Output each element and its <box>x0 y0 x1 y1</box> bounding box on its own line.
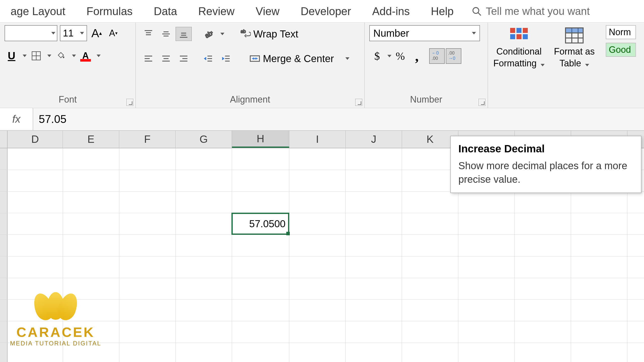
cell[interactable] <box>515 192 571 213</box>
cell[interactable] <box>346 343 402 362</box>
cell[interactable] <box>571 235 627 256</box>
cell[interactable] <box>289 148 346 170</box>
cell[interactable] <box>63 213 119 235</box>
cell[interactable] <box>8 213 63 235</box>
cell[interactable] <box>63 235 119 256</box>
column-header-G[interactable]: G <box>176 131 232 148</box>
cell[interactable] <box>458 256 515 278</box>
cell[interactable] <box>571 343 627 362</box>
cell[interactable] <box>289 170 346 191</box>
fx-label[interactable]: fx <box>0 108 33 130</box>
cell[interactable] <box>176 235 232 256</box>
column-header-K[interactable]: K <box>402 131 458 148</box>
chevron-down-icon[interactable] <box>72 55 76 57</box>
align-top-button[interactable] <box>140 27 156 41</box>
cell[interactable] <box>8 148 63 170</box>
row-header[interactable] <box>0 213 8 235</box>
cell[interactable] <box>176 300 232 321</box>
cell[interactable] <box>289 300 346 321</box>
tell-me-search[interactable]: Tell me what you want <box>464 5 590 17</box>
cell[interactable] <box>515 213 571 235</box>
tab-data[interactable]: Data <box>143 5 188 18</box>
cell[interactable] <box>63 256 119 278</box>
cell[interactable] <box>63 192 119 213</box>
column-header-H[interactable]: H <box>232 131 289 148</box>
cell[interactable] <box>176 192 232 213</box>
cell[interactable] <box>402 170 458 191</box>
cell[interactable] <box>571 192 627 213</box>
tab-addins[interactable]: Add-ins <box>362 5 420 18</box>
tab-developer[interactable]: Developer <box>290 5 362 18</box>
chevron-down-icon[interactable] <box>23 55 27 57</box>
formula-input[interactable] <box>33 108 644 130</box>
font-size-input[interactable]: 11 <box>60 25 87 41</box>
row-header[interactable] <box>0 278 8 299</box>
cell[interactable] <box>289 278 346 299</box>
cell[interactable] <box>232 278 289 299</box>
cell[interactable] <box>571 256 627 278</box>
cell[interactable] <box>289 235 346 256</box>
cell[interactable] <box>515 256 571 278</box>
cell-style-good[interactable]: Good <box>606 43 636 57</box>
column-header-E[interactable]: E <box>63 131 119 148</box>
cell[interactable] <box>119 148 176 170</box>
decrease-font-button[interactable]: A▾ <box>106 25 120 41</box>
underline-button[interactable]: U <box>5 49 19 63</box>
cell[interactable] <box>402 321 458 343</box>
row-header[interactable] <box>0 343 8 362</box>
cell[interactable] <box>232 192 289 213</box>
chevron-down-icon[interactable] <box>97 55 101 57</box>
tab-view[interactable]: View <box>245 5 290 18</box>
cell[interactable] <box>402 278 458 299</box>
cell[interactable] <box>458 235 515 256</box>
cell[interactable] <box>176 148 232 170</box>
format-as-table-button[interactable]: Format as Table <box>548 25 601 69</box>
cell[interactable] <box>176 278 232 299</box>
cell[interactable] <box>176 213 232 235</box>
align-right-button[interactable] <box>176 52 192 66</box>
row-header[interactable] <box>0 300 8 321</box>
cell[interactable] <box>232 300 289 321</box>
cell[interactable] <box>119 235 176 256</box>
cell[interactable] <box>176 343 232 362</box>
cell[interactable] <box>176 321 232 343</box>
align-middle-button[interactable] <box>158 27 174 41</box>
cell[interactable] <box>571 278 627 299</box>
increase-indent-button[interactable] <box>218 52 234 66</box>
cell[interactable] <box>346 170 402 191</box>
row-header[interactable] <box>0 256 8 278</box>
cell[interactable] <box>232 321 289 343</box>
fill-color-button[interactable] <box>54 49 68 63</box>
cell[interactable] <box>119 170 176 191</box>
column-header-F[interactable]: F <box>119 131 176 148</box>
font-name-dropdown[interactable] <box>5 25 57 41</box>
cell[interactable] <box>289 343 346 362</box>
cell[interactable] <box>232 256 289 278</box>
align-left-button[interactable] <box>140 52 156 66</box>
cell[interactable] <box>515 300 571 321</box>
cell[interactable] <box>289 213 346 235</box>
chevron-down-icon[interactable] <box>387 55 391 57</box>
decrease-decimal-button[interactable]: .00→0 <box>446 48 461 64</box>
percent-format-button[interactable]: % <box>392 48 408 64</box>
cell[interactable] <box>402 256 458 278</box>
select-all-corner[interactable] <box>0 131 8 148</box>
number-format-dropdown[interactable]: Number <box>369 25 480 41</box>
decrease-indent-button[interactable] <box>200 52 216 66</box>
cell[interactable] <box>176 170 232 191</box>
cell[interactable] <box>346 256 402 278</box>
increase-decimal-button[interactable]: ←0.00 <box>429 48 445 64</box>
cell[interactable] <box>515 321 571 343</box>
orientation-button[interactable]: ab <box>200 27 216 41</box>
cell[interactable] <box>458 192 515 213</box>
row-header[interactable] <box>0 321 8 343</box>
column-header-D[interactable]: D <box>8 131 63 148</box>
cell[interactable] <box>119 256 176 278</box>
cell[interactable] <box>346 235 402 256</box>
cell[interactable] <box>402 235 458 256</box>
align-center-button[interactable] <box>158 52 174 66</box>
cell[interactable] <box>176 256 232 278</box>
cell[interactable] <box>402 300 458 321</box>
cell[interactable] <box>346 300 402 321</box>
cell[interactable] <box>232 343 289 362</box>
